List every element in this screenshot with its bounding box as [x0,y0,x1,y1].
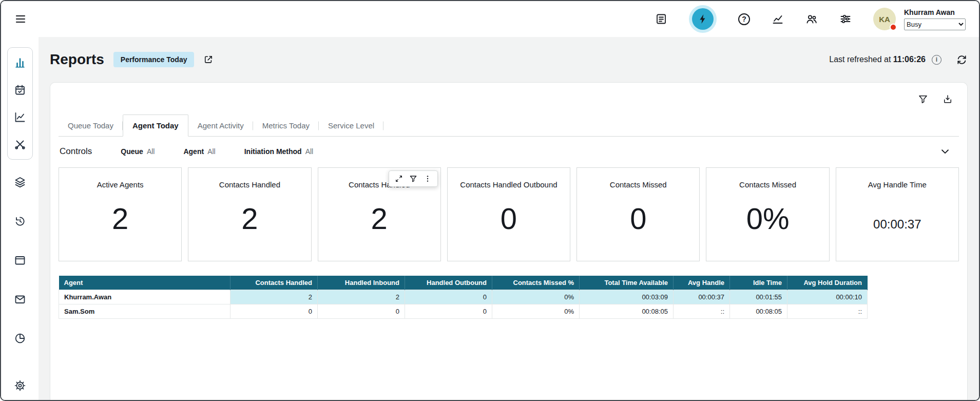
cell-contacts-handled: 2 [230,290,318,304]
cell-handled-outbound: 0 [405,304,492,319]
avatar[interactable]: KA [873,8,896,30]
tab-service-level[interactable]: Service Level [319,115,383,136]
info-icon[interactable]: i [932,55,941,65]
kpi-contacts-missed: Contacts Missed 0 [577,167,700,261]
hamburger-menu-icon[interactable] [14,13,27,25]
column-header-handled-outbound[interactable]: Handled Outbound [405,276,492,290]
cell-idle-time: 00:01:55 [730,290,787,304]
sliders-icon[interactable] [839,13,852,25]
bar-chart-icon[interactable] [14,56,26,69]
main-content: Reports Performance Today Last refreshed… [39,37,979,400]
filter-agent-value: All [207,147,216,156]
filter-queue-name: Queue [121,147,143,156]
browser-window-icon[interactable] [14,254,26,266]
report-panel: Queue Today Agent Today Agent Activity M… [50,82,968,400]
filter-initiation-value: All [305,147,314,156]
kpi-row: Active Agents 2 Contacts Handled 2 Conta… [59,165,959,261]
last-refreshed-time: 11:06:26 [893,55,926,64]
cell-idle-time: 00:08:05 [730,304,787,319]
table-header-row: Agent Contacts Handled Handled Inbound H… [59,276,868,290]
sidebar [1,37,39,400]
cell-total-time-available: 00:08:05 [580,304,674,319]
kpi-value: 2 [318,202,440,235]
last-refreshed-text: Last refreshed at 11:06:26 [829,55,926,64]
lightning-icon [697,13,708,25]
filter-initiation-name: Initiation Method [244,147,302,156]
quick-actions-button[interactable] [692,8,714,30]
kpi-title: Contacts Missed [706,180,829,189]
report-badge[interactable]: Performance Today [113,52,195,67]
kpi-avg-handle-time: Avg Handle Time 00:00:37 [836,167,959,261]
analytics-icon[interactable] [772,13,784,25]
filter-icon[interactable] [918,94,928,104]
agent-name-cell: Khurram.Awan [59,290,230,304]
agent-metrics-table: Agent Contacts Handled Handled Inbound H… [59,276,868,319]
chevron-down-icon[interactable] [939,146,951,157]
line-chart-icon[interactable] [14,111,26,123]
cell-avg-handle: :: [674,304,730,319]
help-glyph: ? [742,15,746,23]
cell-avg-hold-duration: :: [787,304,868,319]
kpi-title: Contacts Missed [577,180,699,189]
kpi-value: 2 [59,202,181,235]
history-icon[interactable] [14,215,26,227]
tab-queue-today[interactable]: Queue Today [59,115,123,136]
tab-bar: Queue Today Agent Today Agent Activity M… [59,114,959,137]
pie-chart-icon[interactable] [14,332,26,345]
column-header-avg-handle[interactable]: Avg Handle [674,276,730,290]
kebab-menu-icon[interactable] [424,175,432,183]
column-header-avg-hold-duration[interactable]: Avg Hold Duration [787,276,868,290]
status-busy-dot [890,24,897,31]
tab-metrics-today[interactable]: Metrics Today [253,115,319,136]
tab-agent-activity[interactable]: Agent Activity [188,115,253,136]
refresh-area: Last refreshed at 11:06:26 i [829,54,968,66]
export-icon[interactable] [943,94,953,104]
kpi-value: 0% [706,202,829,235]
kpi-contacts-missed-pct: Contacts Missed 0% [706,167,829,261]
filter-icon[interactable] [409,175,417,183]
filter-initiation-method[interactable]: Initiation MethodAll [244,147,314,156]
panel-actions [918,94,953,104]
external-link-icon[interactable] [203,54,214,65]
expand-icon[interactable] [395,175,403,183]
mail-icon[interactable] [14,293,26,305]
filter-queue-value: All [147,147,155,156]
kpi-value: 0 [448,202,570,235]
column-header-contacts-missed-pct[interactable]: Contacts Missed % [492,276,580,290]
refresh-icon[interactable] [956,54,968,66]
sidebar-secondary-group [14,176,26,345]
calendar-icon[interactable] [14,84,26,96]
gear-icon[interactable] [14,379,26,392]
cell-avg-handle: 00:00:37 [674,290,730,304]
controls-bar: Controls QueueAll AgentAll Initiation Me… [59,137,959,165]
kpi-contacts-handled-2: Contacts Handled 2 [318,167,441,261]
kpi-contacts-handled: Contacts Handled 2 [188,167,311,261]
crossed-tools-icon[interactable] [14,138,26,150]
cell-contacts-missed-pct: 0% [492,290,580,304]
user-block: Khurram Awan Busy [904,8,966,30]
users-icon[interactable] [805,13,818,25]
sidebar-metrics-group [7,47,33,160]
last-refreshed-label: Last refreshed at [829,55,893,64]
topbar-actions: ? KA Khurram Awan Busy [655,8,966,30]
column-header-total-time-available[interactable]: Total Time Available [580,276,674,290]
cell-handled-outbound: 0 [405,290,492,304]
layers-icon[interactable] [14,176,26,188]
column-header-contacts-handled[interactable]: Contacts Handled [230,276,318,290]
notes-icon[interactable] [655,13,667,25]
cell-handled-inbound: 2 [318,290,405,304]
kpi-title: Active Agents [59,180,181,189]
kpi-title: Contacts Handled [188,180,311,189]
column-header-agent[interactable]: Agent [59,276,230,290]
help-icon[interactable]: ? [738,13,750,25]
table-row: Sam.Som 0 0 0 0% 00:08:05 :: 00:08:05 :: [59,304,868,319]
column-header-idle-time[interactable]: Idle Time [730,276,787,290]
filter-queue[interactable]: QueueAll [121,147,155,156]
cell-contacts-handled: 0 [230,304,318,319]
status-select[interactable]: Busy [904,18,966,30]
tab-agent-today[interactable]: Agent Today [123,114,188,137]
column-header-handled-inbound[interactable]: Handled Inbound [318,276,405,290]
controls-label: Controls [60,146,92,157]
avatar-initials: KA [879,15,890,24]
filter-agent[interactable]: AgentAll [183,147,215,156]
